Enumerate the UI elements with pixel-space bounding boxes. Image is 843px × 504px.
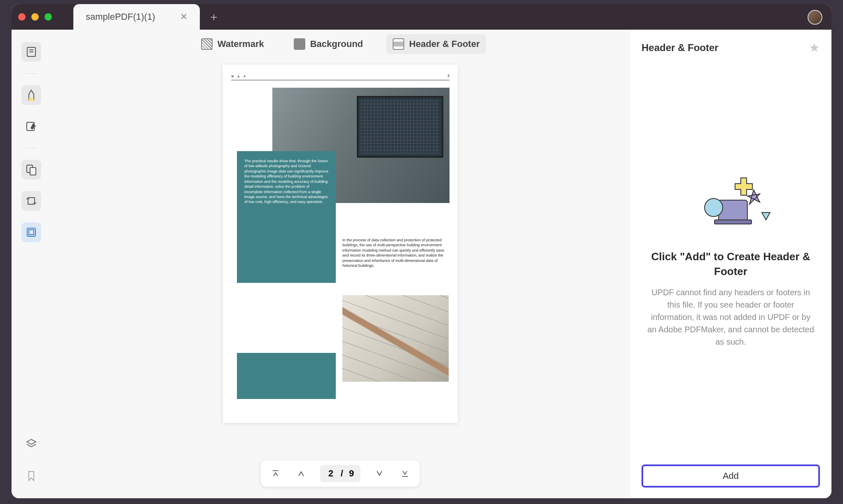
sidebar-highlight-tool[interactable] [21, 85, 41, 105]
background-button[interactable]: Background [287, 34, 370, 54]
page-separator: / [341, 468, 343, 479]
watermark-label: Watermark [218, 39, 264, 49]
svg-rect-4 [29, 98, 34, 100]
svg-rect-7 [30, 168, 36, 175]
document-tab[interactable]: samplePDF(1)(1) ✕ [73, 4, 200, 30]
add-button[interactable]: Add [642, 464, 820, 488]
close-tab-icon[interactable]: ✕ [180, 12, 187, 22]
sidebar-reader-tool[interactable] [21, 42, 41, 62]
sidebar-edit-tool[interactable] [21, 117, 41, 136]
app-window: samplePDF(1)(1) ✕ ＋ [12, 4, 831, 498]
monitor-graphic [357, 96, 443, 158]
tab-title: samplePDF(1)(1) [86, 12, 155, 22]
background-label: Background [310, 39, 363, 49]
panel-description: UPDF cannot find any headers or footers … [646, 286, 816, 348]
main-area: Watermark Background Header & Footer ■ ▲… [12, 30, 831, 498]
right-panel: Header & Footer ★ Click "Add" to Create … [630, 30, 831, 498]
window-controls [12, 13, 61, 21]
user-avatar[interactable] [808, 10, 822, 25]
page-navigator: 2 / 9 [261, 460, 420, 487]
minimize-window-button[interactable] [31, 13, 39, 21]
watermark-button[interactable]: Watermark [194, 34, 271, 54]
sidebar-page-tools[interactable] [21, 222, 41, 242]
page-input-group: 2 / 9 [320, 465, 361, 482]
sidebar-organize-tool[interactable] [21, 160, 41, 180]
close-window-button[interactable] [18, 13, 26, 21]
page-header-row: ■ ▲ ● 2 [231, 74, 450, 80]
svg-rect-16 [719, 200, 747, 223]
svg-rect-17 [714, 220, 752, 224]
empty-state-illustration [690, 171, 772, 233]
next-page-button[interactable] [373, 467, 386, 480]
svg-marker-20 [762, 212, 770, 220]
watermark-icon [201, 38, 213, 50]
page-body-text: In the process of data collection and pr… [342, 238, 449, 268]
panel-body: Click "Add" to Create Header & Footer UP… [642, 63, 820, 456]
panel-header: Header & Footer ★ [642, 40, 820, 55]
sidebar-bookmark[interactable] [21, 466, 41, 486]
prev-page-button[interactable] [295, 467, 308, 480]
sidebar-separator [25, 148, 37, 148]
add-button-label: Add [723, 471, 739, 481]
header-footer-button[interactable]: Header & Footer [386, 34, 486, 54]
sidebar-layers[interactable] [21, 434, 41, 454]
content-area: Watermark Background Header & Footer ■ ▲… [51, 30, 630, 498]
page-number: 2 [447, 74, 450, 78]
first-page-button[interactable] [269, 467, 282, 480]
favorite-icon[interactable]: ★ [809, 40, 820, 55]
panel-title: Header & Footer [642, 42, 719, 54]
sidebar-separator [25, 73, 37, 74]
background-icon [294, 38, 305, 50]
top-toolbar: Watermark Background Header & Footer [51, 30, 630, 58]
header-footer-icon [393, 38, 404, 50]
page-viewport[interactable]: ■ ▲ ● 2 The practical results show that:… [51, 58, 630, 498]
current-page[interactable]: 2 [327, 468, 335, 479]
page-header-shapes: ■ ▲ ● [231, 74, 247, 78]
pdf-page: ■ ▲ ● 2 The practical results show that:… [223, 65, 458, 423]
titlebar: samplePDF(1)(1) ✕ ＋ [12, 4, 831, 30]
left-sidebar [12, 30, 51, 498]
page-teal-text-box: The practical results show that: through… [237, 151, 336, 283]
svg-marker-13 [27, 439, 36, 444]
svg-rect-12 [29, 230, 34, 235]
panel-heading: Click "Add" to Create Header & Footer [646, 250, 816, 278]
page-teal-box-2 [237, 353, 336, 399]
total-pages: 9 [349, 468, 354, 479]
svg-point-18 [705, 198, 723, 217]
svg-marker-19 [747, 190, 760, 204]
page-image-2 [342, 295, 449, 382]
header-footer-label: Header & Footer [409, 39, 480, 49]
sidebar-crop-tool[interactable] [21, 191, 41, 211]
new-tab-button[interactable]: ＋ [208, 9, 220, 25]
last-page-button[interactable] [398, 467, 412, 480]
maximize-window-button[interactable] [44, 13, 52, 21]
